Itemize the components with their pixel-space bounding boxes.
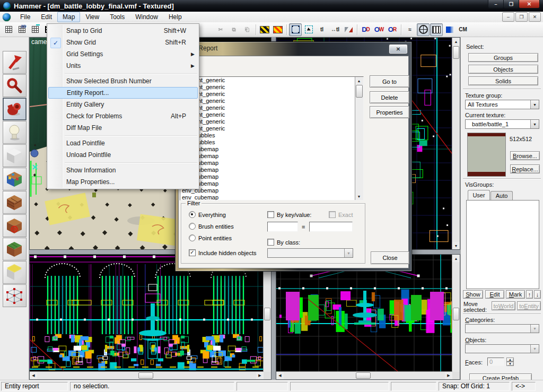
menu-tools[interactable]: Tools xyxy=(104,12,130,22)
apply-current-texture-tool-icon[interactable] xyxy=(3,191,27,214)
menu-item-grid-settings[interactable]: Grid Settings▶ xyxy=(48,48,198,60)
selection-tool-icon[interactable] xyxy=(3,51,27,74)
run-or-icon[interactable]: OR xyxy=(386,23,399,36)
by-keyvalue-checkbox[interactable]: By key/value: xyxy=(267,211,311,218)
run-dd-icon[interactable]: DD xyxy=(360,23,372,36)
scroll-thumb[interactable] xyxy=(453,308,459,320)
entity-list-item[interactable]: ambient_generic xyxy=(180,125,363,132)
hatch-nodraw-icon[interactable] xyxy=(430,23,443,36)
entity-list-item[interactable]: ambient_generic xyxy=(180,104,363,111)
tab-user[interactable]: User xyxy=(468,190,490,200)
menu-item-entity-gallery[interactable]: Entity Gallery xyxy=(48,99,198,110)
entity-list-item[interactable]: env_cubemap xyxy=(180,153,363,160)
fade-preview-icon[interactable] xyxy=(443,23,456,36)
toggle-selection-bounds-icon[interactable] xyxy=(289,23,302,36)
apply-decals-tool-icon[interactable] xyxy=(3,214,27,237)
menu-item-load-pointfile[interactable]: Load Pointfile xyxy=(48,137,198,149)
current-texture-combobox[interactable]: battle/battle_1▼ xyxy=(465,119,539,129)
move-down-icon[interactable]: ↓ xyxy=(534,290,541,299)
objects-combobox[interactable]: ▼ xyxy=(465,344,539,353)
scroll-up-icon[interactable]: ▲ xyxy=(452,255,460,262)
viewport-2d-front[interactable]: ▲ ▼ ◀ ▶ xyxy=(29,254,272,380)
texture-group-combobox[interactable]: All Textures▼ xyxy=(465,100,539,109)
minimize-button[interactable]: – xyxy=(488,0,504,8)
filter-point-radio[interactable]: Point entities xyxy=(189,234,232,241)
faces-spin-down-icon[interactable]: ▼ xyxy=(506,362,514,366)
properties-button[interactable]: Properties xyxy=(370,106,409,118)
entity-list-item[interactable]: env_cubemap xyxy=(180,160,363,167)
cordon-mode-icon[interactable]: CM xyxy=(457,23,469,36)
entity-list-item[interactable]: env_cubemap xyxy=(180,194,363,201)
menu-file[interactable]: File xyxy=(15,12,36,22)
menu-item-map-properties[interactable]: Map Properties... xyxy=(48,176,198,188)
smaller-grid-icon[interactable] xyxy=(29,23,41,36)
scroll-thumb[interactable] xyxy=(264,308,270,320)
toggle-grid-icon[interactable] xyxy=(2,23,15,36)
select-objects-button[interactable]: Objects xyxy=(468,65,538,74)
entity-list-item[interactable]: ambient_generic xyxy=(180,84,363,91)
scroll-thumb[interactable] xyxy=(356,372,371,379)
faces-spin-up-icon[interactable]: ▲ xyxy=(506,358,514,362)
scrollbar-horizontal[interactable]: ◀ ▶ xyxy=(276,371,452,379)
toworld-button[interactable]: toWorld xyxy=(492,301,515,310)
categories-combobox[interactable]: ▼ xyxy=(465,324,539,333)
select-touching-icon[interactable] xyxy=(302,23,315,36)
menu-edit[interactable]: Edit xyxy=(36,12,57,22)
scroll-right-icon[interactable]: ▶ xyxy=(445,372,452,379)
menu-item-diff-map-file[interactable]: Diff Map File xyxy=(48,122,198,134)
browse-button[interactable]: Browse... xyxy=(510,151,540,160)
magnify-tool-icon[interactable] xyxy=(3,74,27,97)
class-combobox[interactable]: ▼ xyxy=(267,248,353,258)
texture-scale-lock-icon[interactable]: ↔tl xyxy=(329,23,341,36)
scrollbar-vertical[interactable]: ▲ ▼ xyxy=(263,255,271,379)
entity-list-item[interactable]: ambient_generic xyxy=(180,111,363,118)
select-groups-button[interactable]: Groups xyxy=(468,53,538,62)
include-hidden-checkbox[interactable]: ✓Include hidden objects xyxy=(189,249,256,256)
scroll-down-icon[interactable]: ▼ xyxy=(355,193,363,200)
menu-item-snap-to-grid[interactable]: Snap to GridShift+W xyxy=(48,25,198,37)
filter-brush-radio[interactable]: Brush entities xyxy=(189,223,234,230)
visgroup-show-button[interactable]: Show xyxy=(463,290,483,299)
visgroup-edit-button[interactable]: Edit xyxy=(485,290,504,299)
tab-auto[interactable]: Auto xyxy=(491,191,513,200)
scroll-thumb[interactable] xyxy=(138,372,153,379)
scrollbar-horizontal[interactable]: ◀ ▶ xyxy=(30,371,264,379)
scroll-thumb[interactable] xyxy=(453,46,459,59)
texture-application-tool-icon[interactable] xyxy=(3,168,27,190)
entity-list-item[interactable]: ambient_generic xyxy=(180,77,363,84)
run-ow-icon[interactable]: OW xyxy=(373,23,386,36)
menu-map[interactable]: Map xyxy=(57,12,80,22)
menu-item-show-information[interactable]: Show Information xyxy=(48,164,198,176)
entity-tool-icon[interactable] xyxy=(3,121,27,144)
sphere-helpers-icon[interactable] xyxy=(417,23,430,36)
close-button[interactable]: ✕ xyxy=(519,0,540,8)
scroll-down-icon[interactable]: ▼ xyxy=(452,242,460,249)
group-icon[interactable] xyxy=(272,23,284,36)
menu-item-unload-pointfile[interactable]: Unload Pointfile xyxy=(48,149,198,161)
visgroup-mark-button[interactable]: Mark xyxy=(506,290,525,299)
scroll-thumb[interactable] xyxy=(356,85,363,98)
block-tool-icon[interactable] xyxy=(3,144,27,167)
entity-list-item[interactable]: env_cubemap xyxy=(180,180,363,187)
create-prefab-button[interactable]: Create Prefab xyxy=(469,373,532,380)
goto-button[interactable]: Go to xyxy=(370,75,409,88)
menu-view[interactable]: View xyxy=(80,12,104,22)
menu-item-units[interactable]: Units▶ xyxy=(48,60,198,72)
scroll-right-icon[interactable]: ▶ xyxy=(256,372,264,379)
copy-icon[interactable]: ⧉ xyxy=(227,23,240,36)
menu-window[interactable]: Window xyxy=(130,12,163,22)
texture-lock-icon[interactable]: tl xyxy=(316,23,328,36)
key-input[interactable] xyxy=(267,222,298,232)
menu-item-show-grid[interactable]: ✓Show GridShift+R xyxy=(48,37,198,48)
flip-objects-icon[interactable] xyxy=(342,23,355,36)
move-up-icon[interactable]: ↑ xyxy=(526,290,533,299)
overlay-tool-icon[interactable] xyxy=(3,238,27,260)
carve-icon[interactable] xyxy=(258,23,271,36)
dialog-titlebar[interactable]: Entity Report xyxy=(176,42,411,55)
menu-help[interactable]: Help xyxy=(163,12,187,22)
mdi-close-button[interactable]: ✕ xyxy=(529,12,541,22)
entity-list-item[interactable]: env_cubemap xyxy=(180,146,363,153)
select-solids-button[interactable]: Solids xyxy=(468,76,538,85)
list-scrollbar[interactable]: ▲ ▼ xyxy=(355,77,363,200)
paste-icon[interactable]: ⎗ xyxy=(241,23,253,36)
